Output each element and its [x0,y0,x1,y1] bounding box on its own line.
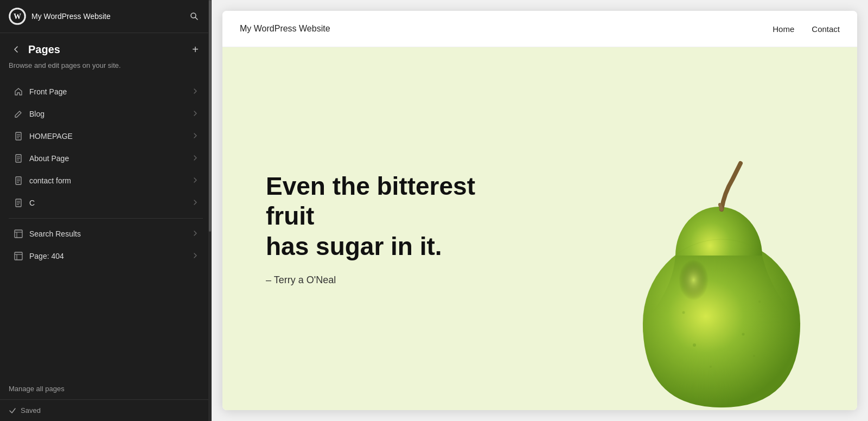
nav-links: Home Contact [773,24,840,34]
home-icon [13,86,24,97]
chevron-right-icon [192,110,199,118]
saved-label: Saved [21,406,41,414]
site-brand: My WordPress Website [240,24,330,34]
hero-quote: Even the bitterest fruit has sugar in it… [266,171,494,261]
page-label-contact-form: contact form [29,176,187,185]
document-icon [13,153,24,164]
svg-text:W: W [14,12,21,21]
hero-quote-line2: has sugar in it. [266,232,442,260]
divider [9,218,203,219]
hero-section: Even the bitterest fruit has sugar in it… [222,47,857,410]
browser-frame: My WordPress Website Home Contact Even t… [222,11,857,410]
chevron-right-icon [192,252,199,260]
page-item-front-page[interactable]: Front Page [4,81,207,103]
page-item-blog[interactable]: Blog [4,103,207,125]
svg-rect-25 [15,252,22,260]
pen-icon [13,109,24,119]
manage-all-pages-link[interactable]: Manage all pages [0,378,212,399]
check-icon [9,407,16,414]
hero-text: Even the bitterest fruit has sugar in it… [222,139,857,318]
chevron-right-icon [192,199,199,207]
template-icon [13,228,24,239]
page-item-c[interactable]: C [4,192,207,214]
page-label-blog: Blog [29,110,187,118]
page-item-homepage[interactable]: HOMEPAGE [4,125,207,147]
page-item-search-results[interactable]: Search Results [4,223,207,245]
nav-home[interactable]: Home [773,24,794,34]
panel-header: Pages + [0,33,212,61]
page-item-about-page[interactable]: About Page [4,148,207,169]
document-icon [13,175,24,186]
document-icon [13,131,24,142]
svg-line-5 [195,17,197,20]
chevron-left-icon [12,45,21,54]
chevron-right-icon [192,132,199,141]
scrollbar-thumb[interactable] [209,0,211,232]
svg-point-32 [693,343,696,347]
hero-quote-line1: Even the bitterest fruit [266,172,475,230]
chevron-right-icon [192,88,199,96]
nav-contact[interactable]: Contact [812,24,840,34]
page-label-front-page: Front Page [29,87,187,96]
chevron-right-icon [192,155,199,163]
scrollbar-track[interactable] [208,0,212,421]
sidebar-header: W My WordPress Website [0,0,212,33]
site-navigation: My WordPress Website Home Contact [222,11,857,47]
document-icon [13,197,24,208]
panel-description: Browse and edit pages on your site. [0,61,212,78]
page-label-homepage: HOMEPAGE [29,132,187,141]
page-label-c: C [29,199,187,207]
chevron-right-icon [192,230,199,238]
chevron-right-icon [192,177,199,185]
hero-attribution: – Terry a O'Neal [266,275,814,286]
page-item-404[interactable]: Page: 404 [4,245,207,267]
page-label-404: Page: 404 [29,252,187,260]
pages-list: Front Page Blog [0,78,212,378]
search-button[interactable] [186,8,203,25]
add-page-button[interactable]: + [188,42,203,57]
sidebar-footer: Saved [0,399,212,421]
panel-title: Pages [28,43,183,56]
sidebar: W My WordPress Website Pages + Browse an… [0,0,212,421]
svg-rect-22 [15,230,22,238]
svg-point-33 [742,333,745,336]
page-label-search-results: Search Results [29,229,187,238]
template-icon [13,251,24,261]
page-label-about-page: About Page [29,154,187,163]
wordpress-logo: W [9,8,26,25]
main-content: My WordPress Website Home Contact Even t… [212,0,868,421]
site-title: My WordPress Website [31,12,180,21]
page-item-contact-form[interactable]: contact form [4,170,207,192]
svg-point-34 [710,366,712,368]
svg-point-35 [753,355,755,357]
back-button[interactable] [9,42,24,57]
search-icon [190,12,199,21]
